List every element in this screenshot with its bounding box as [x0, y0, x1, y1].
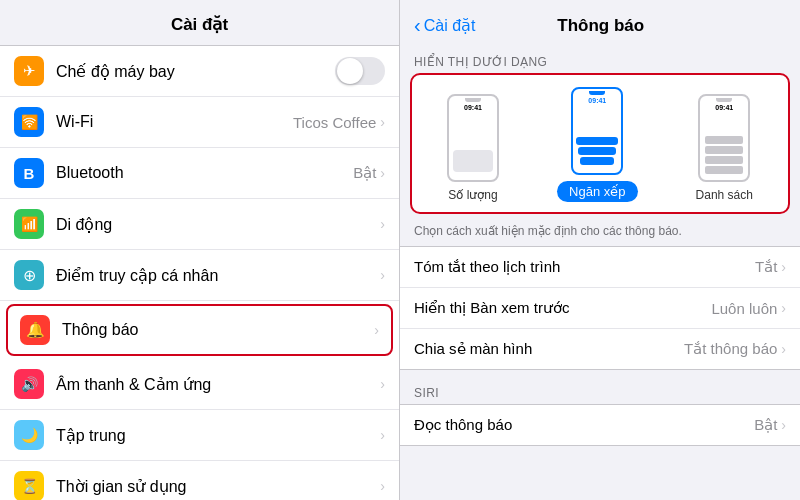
back-label: Cài đặt	[424, 16, 476, 35]
sound-chevron: ›	[380, 376, 385, 392]
schedule-label: Tóm tắt theo lịch trình	[414, 258, 755, 276]
settings-rows: Tóm tắt theo lịch trình Tắt › Hiển thị B…	[400, 246, 800, 370]
settings-item-hotspot[interactable]: ⊕ Điểm truy cập cá nhân ›	[0, 250, 399, 301]
wifi-value: Ticos Coffee	[293, 114, 376, 131]
settings-item-sound[interactable]: 🔊 Âm thanh & Cảm ứng ›	[0, 359, 399, 410]
wifi-chevron: ›	[380, 114, 385, 130]
settings-item-mobile[interactable]: 📶 Di động ›	[0, 199, 399, 250]
airplane-icon: ✈	[14, 56, 44, 86]
display-section-label: HIỂN THỊ DƯỚI DẠNG	[400, 47, 800, 73]
preview-chevron: ›	[781, 300, 786, 316]
time-stack: 09:41	[588, 97, 606, 104]
hotspot-label: Điểm truy cập cá nhân	[56, 266, 380, 285]
stack-bar-3	[580, 157, 614, 165]
phone-list-mockup: 09:41	[698, 94, 750, 182]
phone-stack-mockup: 09:41	[571, 87, 623, 175]
notch-stack	[589, 91, 605, 95]
sound-icon: 🔊	[14, 369, 44, 399]
list-bar-2	[705, 146, 743, 154]
back-chevron-icon: ‹	[414, 14, 421, 37]
bluetooth-value: Bật	[353, 164, 376, 182]
schedule-chevron: ›	[781, 259, 786, 275]
screentime-label: Thời gian sử dụng	[56, 477, 380, 496]
wifi-icon: 🛜	[14, 107, 44, 137]
screentime-chevron: ›	[380, 478, 385, 494]
share-value: Tắt thông báo	[684, 340, 777, 358]
wifi-label: Wi-Fi	[56, 113, 293, 131]
read-notif-value: Bật	[754, 416, 777, 434]
stack-bar-2	[578, 147, 616, 155]
left-panel-title: Cài đặt	[0, 0, 399, 45]
notch-list	[716, 98, 732, 102]
notch-count	[465, 98, 481, 102]
settings-item-screentime[interactable]: ⏳ Thời gian sử dụng ›	[0, 461, 399, 500]
settings-list: ✈ Chế độ máy bay 🛜 Wi-Fi Ticos Coffee › …	[0, 45, 399, 500]
hotspot-icon: ⊕	[14, 260, 44, 290]
siri-rows: Đọc thông báo Bật ›	[400, 404, 800, 446]
focus-chevron: ›	[380, 427, 385, 443]
share-label: Chia sẻ màn hình	[414, 340, 684, 358]
stack-selected-btn[interactable]: Ngăn xếp	[557, 181, 637, 202]
preview-label: Hiển thị Bàn xem trước	[414, 299, 711, 317]
right-item-schedule[interactable]: Tóm tắt theo lịch trình Tắt ›	[400, 247, 800, 288]
bluetooth-chevron: ›	[380, 165, 385, 181]
list-label: Danh sách	[696, 188, 753, 202]
settings-item-wifi[interactable]: 🛜 Wi-Fi Ticos Coffee ›	[0, 97, 399, 148]
settings-item-airplane[interactable]: ✈ Chế độ máy bay	[0, 46, 399, 97]
right-panel: ‹ Cài đặt Thông báo HIỂN THỊ DƯỚI DẠNG 0…	[400, 0, 800, 500]
notifications-label: Thông báo	[62, 321, 374, 339]
right-item-preview[interactable]: Hiển thị Bàn xem trước Luôn luôn ›	[400, 288, 800, 329]
notifications-chevron: ›	[374, 322, 379, 338]
sound-label: Âm thanh & Cảm ứng	[56, 375, 380, 394]
settings-item-focus[interactable]: 🌙 Tập trung ›	[0, 410, 399, 461]
list-bar-4	[705, 166, 743, 174]
display-option-count[interactable]: 09:41 Số lượng	[447, 94, 499, 202]
right-panel-title: Thông báo	[475, 16, 786, 36]
read-notif-label: Đọc thông báo	[414, 416, 754, 434]
toggle-knob	[337, 58, 363, 84]
mobile-chevron: ›	[380, 216, 385, 232]
siri-section-label: SIRI	[400, 378, 800, 404]
mobile-label: Di động	[56, 215, 380, 234]
focus-label: Tập trung	[56, 426, 380, 445]
display-selector: 09:41 Số lượng 09:41 Ngăn xếp 09:4	[410, 73, 790, 214]
back-button[interactable]: ‹ Cài đặt	[414, 14, 475, 37]
focus-icon: 🌙	[14, 420, 44, 450]
schedule-value: Tắt	[755, 258, 777, 276]
settings-item-bluetooth[interactable]: B Bluetooth Bật ›	[0, 148, 399, 199]
list-bar-3	[705, 156, 743, 164]
airplane-toggle[interactable]	[335, 57, 385, 85]
right-item-read-notif[interactable]: Đọc thông báo Bật ›	[400, 405, 800, 445]
airplane-label: Chế độ máy bay	[56, 62, 335, 81]
bluetooth-label: Bluetooth	[56, 164, 353, 182]
preview-value: Luôn luôn	[711, 300, 777, 317]
right-item-share[interactable]: Chia sẻ màn hình Tắt thông báo ›	[400, 329, 800, 369]
hotspot-chevron: ›	[380, 267, 385, 283]
bluetooth-icon-wrap: B	[14, 158, 44, 188]
notifications-icon: 🔔	[20, 315, 50, 345]
read-notif-chevron: ›	[781, 417, 786, 433]
mobile-icon: 📶	[14, 209, 44, 239]
hint-text: Chọn cách xuất hiện mặc định cho các thô…	[400, 220, 800, 246]
time-count: 09:41	[464, 104, 482, 111]
count-label: Số lượng	[448, 188, 497, 202]
display-option-stack[interactable]: 09:41 Ngăn xếp	[557, 87, 637, 202]
phone-count-mockup: 09:41	[447, 94, 499, 182]
display-option-list[interactable]: 09:41 Danh sách	[696, 94, 753, 202]
stack-bar-1	[576, 137, 618, 145]
list-bar-1	[705, 136, 743, 144]
time-list: 09:41	[715, 104, 733, 111]
left-panel: Cài đặt ✈ Chế độ máy bay 🛜 Wi-Fi Ticos C…	[0, 0, 400, 500]
screentime-icon: ⏳	[14, 471, 44, 500]
right-header: ‹ Cài đặt Thông báo	[400, 0, 800, 47]
list-notifications	[702, 134, 746, 176]
notif-count-bar	[453, 150, 493, 172]
share-chevron: ›	[781, 341, 786, 357]
stack-notifications	[576, 137, 618, 165]
settings-item-notifications[interactable]: 🔔 Thông báo ›	[6, 304, 393, 356]
